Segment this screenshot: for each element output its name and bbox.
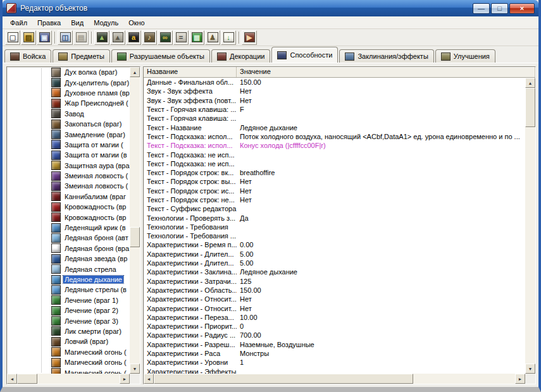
tree-item[interactable]: Лечение (враг 2) [7, 305, 130, 315]
tree-horizontal-scrollbar[interactable]: ◄ ► [7, 374, 130, 384]
Текст - Название[interactable]: Текст - Название Ледяное дыхание [144, 123, 525, 132]
column-header-name[interactable]: Название [144, 67, 237, 77]
tree-item[interactable]: Каннибализм (враг [7, 192, 130, 202]
toolbar-button[interactable] [237, 30, 241, 45]
paste-button[interactable]: ▤ [73, 30, 89, 45]
tree-item[interactable]: Лик смерти (враг) [7, 326, 130, 336]
scroll-left-icon[interactable]: ◄ [144, 374, 154, 384]
Характеристики - Эффекты[interactable]: Характеристики - Эффекты [144, 367, 525, 374]
Звук - Звук эффекта[interactable]: Звук - Звук эффекта Нет [144, 87, 525, 95]
table-hscroll-thumb[interactable] [154, 374, 413, 384]
object-editor-button[interactable]: ∞ [158, 30, 173, 45]
tree-item[interactable]: Лечение (враг 3) [7, 315, 130, 326]
tab-buffs[interactable]: Заклинания/эффекты [339, 49, 433, 63]
tab-doodads[interactable]: Декорации [211, 49, 270, 63]
object-manager-button[interactable]: = [173, 30, 189, 45]
Характеристики - Затрачи...[interactable]: Характеристики - Затрачи... 125 [144, 277, 525, 286]
tab-destructibles[interactable]: Разрушаемые объекты [111, 49, 210, 63]
minimize-button[interactable]: — [473, 3, 490, 14]
tree-item[interactable]: Закопаться (враг) [7, 119, 130, 129]
campaign-editor-button[interactable]: ▦ [189, 30, 204, 45]
table-vscroll-thumb[interactable] [525, 88, 535, 127]
tree-item[interactable]: Змеиная ловкость ( [7, 171, 130, 181]
tree-item[interactable]: Кровожадность (вр [7, 202, 130, 212]
test-map-button[interactable]: ▶ [242, 30, 257, 45]
ai-editor-button[interactable]: ♟ [205, 30, 220, 45]
tree-item[interactable]: Ледяная звезда (вр [7, 254, 130, 264]
Текст - Порядок строк: вы...[interactable]: Текст - Порядок строк: вы... Нет [144, 177, 525, 186]
tree-item[interactable]: Дух-целитель (враг) [7, 77, 130, 87]
menu-item[interactable]: Модуль [89, 18, 123, 28]
tab-units[interactable]: Войска [4, 49, 51, 63]
Текст - Суффикс редактора[interactable]: Текст - Суффикс редактора [144, 204, 525, 213]
close-button[interactable]: × [509, 3, 535, 14]
new-map-button[interactable]: ▢ [5, 30, 20, 45]
toolbar-button[interactable] [89, 30, 94, 45]
scroll-up-icon[interactable]: ▲ [525, 78, 535, 88]
tree-item[interactable]: Магический огонь ( [7, 367, 130, 374]
tree-item[interactable]: Ледяное дыхание [7, 274, 130, 285]
scroll-down-icon[interactable]: ▼ [525, 364, 535, 374]
tree-item[interactable]: Дух волка (враг) [7, 67, 130, 77]
scroll-down-icon[interactable]: ▼ [130, 364, 140, 374]
tree-item[interactable]: Защита от магии (в [7, 150, 130, 160]
import-manager-button[interactable]: ↓ [221, 30, 236, 45]
tree-item[interactable]: Духовное пламя (вр [7, 88, 130, 98]
tab-abilities[interactable]: Способности [271, 47, 338, 63]
Характеристики - Переза...[interactable]: Характеристики - Переза... 10.00 [144, 313, 525, 322]
Характеристики - Длител...[interactable]: Характеристики - Длител... 5.00 [144, 259, 525, 267]
Характеристики - Разреш...[interactable]: Характеристики - Разреш... Наземные, Воз… [144, 340, 525, 349]
tree-item[interactable]: Ледяная броня (авт [7, 233, 130, 243]
Текст - Подсказка: не исп...[interactable]: Текст - Подсказка: не исп... [144, 159, 525, 168]
scroll-up-icon[interactable]: ▲ [130, 67, 140, 77]
doodad-palette-button[interactable]: ▲ [110, 30, 125, 45]
table-horizontal-scrollbar[interactable]: ◄ ► [144, 374, 525, 384]
tree-item[interactable]: Магический огонь ( [7, 347, 130, 357]
tree-item[interactable]: Завод [7, 109, 130, 119]
Данные - Финальная обл...[interactable]: Данные - Финальная обл... 150.00 [144, 78, 525, 87]
tree-item[interactable]: Ледяная броня (вра [7, 243, 130, 254]
copy-button[interactable]: ◫ [58, 30, 73, 45]
Характеристики - Приорит...[interactable]: Характеристики - Приорит... 0 [144, 322, 525, 331]
tree-item[interactable]: Ледяные стрелы (в [7, 285, 130, 295]
tree-item[interactable]: Защита от магии ( [7, 140, 130, 150]
Характеристики - Область...[interactable]: Характеристики - Область... 150.00 [144, 286, 525, 295]
menu-item[interactable]: Файл [5, 18, 32, 28]
tree-item[interactable]: Защитная аура (вра [7, 161, 130, 171]
tree-item[interactable]: Жар Преисподней ( [7, 98, 130, 108]
terrain-editor-button[interactable]: ▲ [94, 30, 109, 45]
maximize-button[interactable]: □ [491, 3, 508, 14]
Характеристики - Длител...[interactable]: Характеристики - Длител... 5.00 [144, 250, 525, 259]
toolbar-button[interactable] [53, 30, 57, 45]
tab-upgrades[interactable]: Улучшения [435, 49, 495, 63]
Характеристики - Заклина...[interactable]: Характеристики - Заклина... Ледяное дыха… [144, 267, 525, 276]
Текст - Подсказка: испол...[interactable]: Текст - Подсказка: испол... Поток холодн… [144, 132, 525, 141]
Характеристики - Время п...[interactable]: Характеристики - Время п... 0.00 [144, 240, 525, 249]
Характеристики - Относит...[interactable]: Характеристики - Относит... Нет [144, 295, 525, 303]
Характеристики - Уровни[interactable]: Характеристики - Уровни 1 [144, 358, 525, 367]
tree-hscroll-thumb[interactable] [17, 374, 37, 384]
Технологии - Требования ...[interactable]: Технологии - Требования ... [144, 231, 525, 240]
scroll-right-icon[interactable]: ► [120, 374, 130, 384]
open-map-button[interactable]: ▨ [21, 30, 36, 45]
Характеристики - Относит...[interactable]: Характеристики - Относит... Нет [144, 303, 525, 312]
Текст - Порядок строк: не...[interactable]: Текст - Порядок строк: не... Нет [144, 195, 525, 204]
tree-item[interactable]: Леденящий крик (в [7, 223, 130, 233]
Текст - Горячая клавиша: ...[interactable]: Текст - Горячая клавиша: ... F [144, 105, 525, 114]
save-map-button[interactable]: ▣ [37, 30, 52, 45]
Текст - Подсказка: испол...[interactable]: Текст - Подсказка: испол... Конус холода… [144, 141, 525, 150]
Характеристики - Раса[interactable]: Характеристики - Раса Монстры [144, 349, 525, 358]
menu-item[interactable]: Правка [32, 18, 66, 28]
Текст - Горячая клавиша: ...[interactable]: Текст - Горячая клавиша: ... [144, 114, 525, 123]
Текст - Порядок строк: вк...[interactable]: Текст - Порядок строк: вк... breathoffir… [144, 168, 525, 177]
scroll-right-icon[interactable]: ► [515, 374, 525, 384]
trigger-editor-button[interactable]: a [126, 30, 141, 45]
Характеристики - Радиус ...[interactable]: Характеристики - Радиус ... 700.00 [144, 331, 525, 340]
Текст - Порядок строк: ис...[interactable]: Текст - Порядок строк: ис... Нет [144, 187, 525, 195]
menu-item[interactable]: Вид [66, 18, 89, 28]
column-header-value[interactable]: Значение [237, 67, 535, 77]
sound-editor-button[interactable]: ♪ [142, 30, 157, 45]
tree-item[interactable]: Ловчий (враг) [7, 336, 130, 346]
Текст - Подсказка: не исп...[interactable]: Текст - Подсказка: не исп... [144, 150, 525, 159]
tree-item[interactable]: Кровожадность (вр [7, 212, 130, 222]
